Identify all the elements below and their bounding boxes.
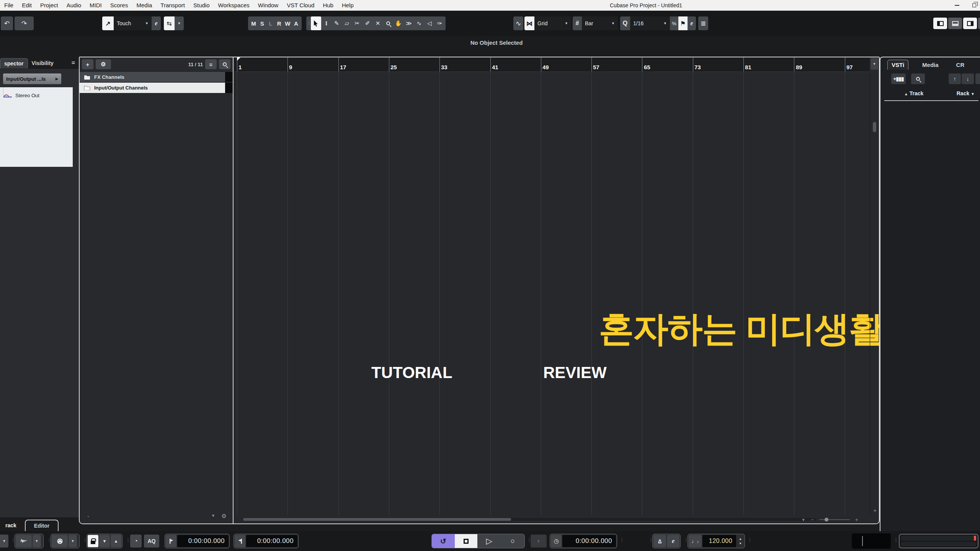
tab-cr[interactable]: CR — [952, 60, 969, 70]
snap-toggle-button[interactable]: ⋈ — [524, 16, 534, 30]
cycle-button[interactable]: ↺ — [432, 534, 455, 548]
tempo-spinner[interactable]: ▲▼ — [737, 537, 744, 545]
menu-vst-cloud[interactable]: VST Cloud — [283, 2, 318, 8]
punch-in-button[interactable]: ▼ — [99, 535, 110, 547]
midi-activity-button[interactable] — [52, 535, 68, 547]
undo-button[interactable]: ↶ — [1, 16, 13, 30]
table-row[interactable]: FX Channels — [80, 72, 233, 82]
menu-workspaces[interactable]: Workspaces — [214, 2, 254, 8]
menu-project[interactable]: Project — [36, 2, 62, 8]
move-up-button[interactable]: ↑ — [949, 73, 961, 84]
vertical-scroll-thumb[interactable] — [873, 122, 876, 132]
right-zone-toggle[interactable] — [963, 18, 977, 29]
tab-inspector[interactable]: spector — [0, 58, 28, 68]
menu-hub[interactable]: Hub — [318, 2, 338, 8]
timeline-ruler[interactable]: 1 9 17 25 33 41 49 57 65 73 81 89 97 — [234, 57, 870, 72]
lower-tab-editor[interactable]: Editor — [25, 520, 59, 531]
channel-selector-button[interactable]: Input/Output ...ls ▶ — [3, 73, 61, 84]
quantize-preset-dropdown[interactable]: 1/16 ▼ — [630, 16, 670, 30]
suspend-automation-button[interactable]: A — [292, 20, 300, 27]
output-level-meter[interactable] — [899, 534, 978, 548]
move-down-button[interactable]: ↓ — [962, 73, 974, 84]
tool-glue[interactable]: ✐ — [363, 16, 373, 30]
automation-button[interactable]: ↗ — [102, 16, 114, 30]
listen-button[interactable]: L — [266, 20, 274, 27]
read-all-button[interactable]: R — [275, 20, 283, 27]
setup-toolbar-button[interactable] — [978, 18, 980, 29]
drag-handle-icon[interactable]: ⁞ — [307, 21, 311, 26]
zoom-slider[interactable] — [819, 519, 850, 520]
track-search-button[interactable] — [219, 59, 230, 69]
punch-lock-button[interactable] — [88, 535, 98, 547]
track-section-header[interactable]: ▲ Track — [904, 90, 923, 96]
left-zone-toggle[interactable] — [933, 18, 947, 29]
left-locator-time[interactable]: 0:00:00.000 — [177, 535, 229, 547]
tool-object-selection[interactable] — [311, 16, 321, 30]
horizontal-scroll-thumb[interactable] — [243, 518, 511, 521]
constrain-delay-dropdown[interactable]: ▼ — [0, 535, 8, 548]
tempo-value[interactable]: 120.000 — [702, 535, 736, 547]
tab-meter[interactable]: M — [978, 60, 980, 70]
goto-left-locator-button[interactable] — [166, 535, 176, 547]
tool-line[interactable]: ∿ — [414, 16, 424, 30]
tool-split[interactable]: ✂ — [352, 16, 363, 30]
add-instrument-button[interactable]: +▮▮▮ — [891, 73, 906, 84]
menu-scores[interactable]: Scores — [106, 2, 132, 8]
event-infoline-toggle[interactable]: ≣ — [698, 16, 708, 30]
ruler-options-dropdown[interactable]: ▼ — [871, 58, 878, 70]
autoscroll-button[interactable]: ∿ — [513, 16, 523, 30]
stop-button[interactable] — [455, 534, 478, 548]
tab-vsti[interactable]: VSTi — [887, 60, 908, 70]
event-display[interactable] — [234, 72, 870, 515]
menu-media[interactable]: Media — [132, 2, 156, 8]
grid-type-dropdown[interactable]: Bar ▼ — [582, 16, 618, 30]
redo-button[interactable]: ↷ — [15, 16, 34, 30]
tool-color[interactable]: ✑ — [434, 16, 445, 30]
tab-media[interactable]: Media — [918, 60, 942, 70]
menu-help[interactable]: Help — [338, 2, 358, 8]
time-format-button[interactable]: ◷ — [551, 535, 562, 547]
punch-points-button[interactable]: ⇆ — [164, 16, 175, 30]
zoom-preset-dropdown[interactable]: ▼ — [802, 518, 805, 522]
metronome-button[interactable]: ∆ — [653, 535, 666, 547]
right-locator-time[interactable]: 0:00:00.000 — [246, 535, 297, 547]
midi-activity-dropdown[interactable]: ▼ — [69, 535, 77, 547]
punch-dropdown[interactable]: ▼ — [175, 16, 184, 30]
add-track-button[interactable]: + — [82, 59, 93, 69]
quantize-panel-button[interactable]: e — [688, 16, 696, 30]
vertical-zoom-in-button[interactable]: + — [873, 507, 877, 514]
track-filter-button[interactable]: ≡ — [205, 59, 217, 69]
lower-zone-toggle[interactable] — [948, 18, 962, 29]
track-preset-button[interactable]: ⚙ — [96, 59, 111, 69]
audio-activity-dropdown[interactable]: ▼ — [33, 535, 41, 547]
menu-audio[interactable]: Audio — [62, 2, 85, 8]
zoom-slider-knob[interactable] — [825, 518, 828, 522]
menu-midi[interactable]: MIDI — [85, 2, 106, 8]
rack-section-header[interactable]: Rack ▼ — [957, 90, 975, 96]
tool-zoom[interactable] — [383, 16, 393, 30]
rack-settings-button[interactable] — [975, 73, 980, 84]
inspector-menu-icon[interactable]: = — [72, 60, 75, 67]
tool-range-selection[interactable]: I — [321, 16, 332, 30]
horizontal-scrollbar[interactable]: ▼ − + — [234, 515, 870, 523]
table-row[interactable]: Input/Output Channels — [80, 83, 233, 93]
tab-visibility[interactable]: Visibility — [28, 58, 57, 68]
lower-tab-track[interactable]: rack — [0, 520, 22, 531]
audio-activity-button[interactable] — [16, 535, 32, 547]
tool-draw[interactable]: ✎ — [332, 16, 342, 30]
automation-mode-dropdown[interactable]: Touch ▼ — [114, 16, 152, 30]
audio-quantize-button[interactable]: AQ — [144, 535, 159, 548]
zoom-out-button[interactable]: − — [811, 517, 814, 523]
zoom-in-button[interactable]: + — [855, 517, 858, 523]
tool-play[interactable]: ◁ — [424, 16, 434, 30]
menu-edit[interactable]: Edit — [18, 2, 36, 8]
menu-transport[interactable]: Transport — [156, 2, 189, 8]
tool-hand[interactable]: ✋ — [393, 16, 403, 30]
snap-type-dropdown[interactable]: Grid ▼ — [534, 16, 571, 30]
find-instrument-button[interactable] — [911, 73, 925, 84]
metronome-setup-button[interactable]: e — [667, 535, 679, 547]
restore-icon[interactable] — [972, 3, 976, 7]
solo-all-button[interactable]: S — [258, 20, 266, 27]
stereo-out-item[interactable]: Stereo Out — [3, 93, 39, 98]
zoom-out-tracks-button[interactable]: - — [87, 513, 89, 519]
